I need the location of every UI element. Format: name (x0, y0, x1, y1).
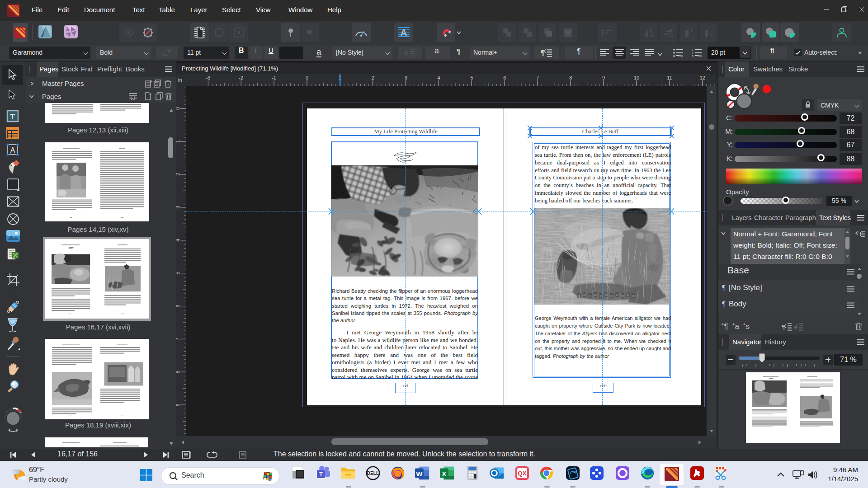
svg-text:¶: ¶ (782, 324, 785, 331)
svg-text:¶: ¶ (541, 48, 544, 57)
svg-text:-2: -2 (239, 75, 243, 80)
svg-text:W: W (416, 470, 423, 478)
svg-text:8: 8 (569, 75, 572, 80)
svg-text:6: 6 (503, 75, 506, 80)
svg-text:1: 1 (176, 140, 180, 143)
svg-text:4: 4 (176, 239, 180, 242)
svg-text:4: 4 (438, 75, 440, 80)
svg-text:6: 6 (176, 305, 180, 307)
svg-text:0: 0 (306, 75, 308, 80)
svg-text:10: 10 (634, 75, 639, 80)
svg-text:DΞLL: DΞLL (367, 471, 380, 476)
svg-text:QX: QX (518, 470, 527, 477)
svg-text:5: 5 (470, 75, 473, 80)
svg-text:A: A (401, 28, 407, 38)
svg-text:2: 2 (176, 173, 180, 176)
svg-text::V: :V (165, 48, 171, 53)
svg-text:T: T (10, 113, 15, 121)
svg-text:T: T (319, 471, 323, 478)
svg-text:3: 3 (176, 206, 180, 209)
svg-text:3: 3 (405, 75, 407, 80)
svg-text:9: 9 (602, 75, 605, 80)
svg-text:8: 8 (176, 371, 180, 373)
svg-text:3: 3 (692, 55, 693, 57)
svg-text:X: X (442, 470, 446, 478)
svg-text:12: 12 (700, 75, 705, 80)
svg-text:0: 0 (176, 107, 180, 110)
svg-text:5: 5 (176, 272, 180, 274)
svg-text:A: A (10, 146, 15, 154)
svg-text:9: 9 (176, 404, 180, 406)
svg-text:-3: -3 (206, 75, 210, 80)
svg-text:7: 7 (536, 75, 539, 80)
svg-text:2: 2 (372, 75, 374, 80)
svg-text:7: 7 (176, 338, 180, 340)
svg-text:-1: -1 (272, 75, 276, 80)
svg-text:2: 2 (692, 52, 693, 55)
svg-text:11: 11 (667, 75, 672, 80)
svg-text:a: a (404, 48, 408, 56)
